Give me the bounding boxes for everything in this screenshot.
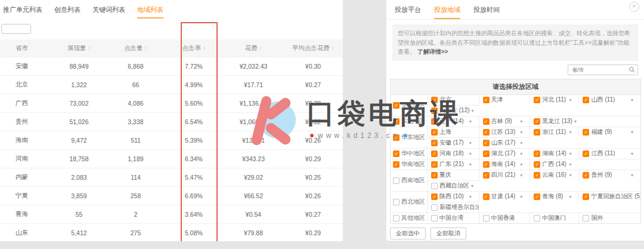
- tab-schedule[interactable]: 投放时间: [473, 5, 500, 19]
- column-header[interactable]: 花费↑: [224, 39, 283, 57]
- province-cell: 国外: [578, 213, 640, 223]
- province-checkbox[interactable]: ✓: [483, 118, 490, 125]
- province-checkbox[interactable]: ✓: [431, 140, 438, 146]
- province-checkbox[interactable]: ✓: [534, 129, 540, 136]
- chevron-down-icon[interactable]: ▾: [631, 97, 639, 103]
- chevron-down-icon[interactable]: ▾: [469, 119, 478, 124]
- chevron-down-icon[interactable]: ▾: [569, 194, 577, 199]
- province-checkbox[interactable]: [431, 183, 438, 189]
- province-checkbox[interactable]: ✓: [583, 97, 589, 103]
- province-search-input[interactable]: [571, 66, 628, 73]
- chevron-down-icon[interactable]: ▾: [569, 173, 577, 178]
- chevron-down-icon[interactable]: ▾: [520, 119, 528, 124]
- chevron-down-icon[interactable]: ▾: [520, 151, 528, 156]
- chevron-down-icon[interactable]: ▾: [469, 194, 478, 199]
- table-filter-input[interactable]: [1, 24, 31, 34]
- province-checkbox[interactable]: ✓: [483, 161, 490, 168]
- tab-region[interactable]: 投放地域: [434, 5, 460, 19]
- group-checkbox[interactable]: ✓: [393, 102, 400, 109]
- province-checkbox[interactable]: ✓: [483, 193, 490, 200]
- province-cell: ✓四川 (21)▾: [479, 170, 530, 180]
- province-checkbox[interactable]: ✓: [583, 150, 589, 157]
- province-label: 贵州 (9): [591, 171, 612, 179]
- column-header[interactable]: 展现量↑: [51, 39, 107, 57]
- learn-more-link[interactable]: 了解详情>>: [417, 48, 448, 55]
- cell-avg_cost: ¥0.32: [283, 113, 343, 131]
- chevron-down-icon[interactable]: ▾: [631, 130, 639, 135]
- group-checkbox[interactable]: [393, 215, 400, 222]
- column-header[interactable]: 点击率↑: [164, 39, 224, 57]
- province-checkbox[interactable]: [431, 204, 438, 211]
- region-group-row: 其他地区中国台湾中国香港中国澳门国外: [391, 213, 640, 223]
- chevron-down-icon[interactable]: ▾: [520, 162, 528, 167]
- chevron-down-icon[interactable]: ▾: [631, 151, 639, 156]
- chevron-down-icon[interactable]: ▾: [469, 162, 478, 167]
- chevron-down-icon[interactable]: ▾: [569, 97, 577, 103]
- chevron-down-icon[interactable]: ▾: [631, 173, 639, 178]
- tab-platform[interactable]: 投放平台: [395, 5, 421, 19]
- province-checkbox[interactable]: ✓: [534, 118, 540, 125]
- province-checkbox[interactable]: ✓: [431, 193, 438, 200]
- region-group-row: ✓华北地区✓北京✓天津✓河北 (11)▾✓山西 (11)▾✓内蒙古 (12)▾: [391, 95, 640, 116]
- cell-avg_cost: ¥0.26: [283, 187, 343, 205]
- region-group-label: 西北地区: [391, 192, 428, 213]
- province-cell: 中国香港: [479, 213, 530, 223]
- chevron-down-icon[interactable]: ▾: [569, 130, 577, 135]
- group-checkbox[interactable]: [393, 177, 400, 184]
- tab-region-list[interactable]: 地域列表: [137, 5, 163, 19]
- group-checkbox[interactable]: ✓: [393, 161, 400, 168]
- province-checkbox[interactable]: ✓: [583, 193, 589, 200]
- province-checkbox[interactable]: ✓: [431, 97, 438, 103]
- close-icon[interactable]: ×: [629, 2, 639, 12]
- province-checkbox[interactable]: ✓: [431, 150, 438, 157]
- province-checkbox[interactable]: ✓: [483, 150, 490, 157]
- group-checkbox[interactable]: ✓: [393, 118, 400, 125]
- province-checkbox[interactable]: ✓: [534, 97, 540, 103]
- group-checkbox[interactable]: ✓: [393, 134, 400, 141]
- province-checkbox[interactable]: ✓: [483, 97, 490, 103]
- select-all-button[interactable]: 全部选中: [390, 228, 426, 239]
- province-checkbox[interactable]: [583, 215, 589, 222]
- province-checkbox[interactable]: ✓: [431, 129, 438, 136]
- province-checkbox[interactable]: ✓: [534, 172, 540, 179]
- tab-creative-list[interactable]: 创意列表: [54, 5, 80, 19]
- deselect-all-button[interactable]: 全部取消: [431, 228, 466, 239]
- cell-clicks: 258: [107, 187, 164, 205]
- province-checkbox[interactable]: ✓: [483, 129, 490, 136]
- chevron-down-icon[interactable]: ▾: [574, 119, 579, 124]
- chevron-down-icon[interactable]: ▾: [520, 194, 528, 199]
- group-checkbox[interactable]: [393, 199, 400, 205]
- tab-ad-unit-list[interactable]: 推广单元列表: [3, 5, 42, 19]
- province-checkbox[interactable]: [534, 215, 540, 222]
- province-checkbox[interactable]: [431, 215, 438, 222]
- province-checkbox[interactable]: [483, 215, 490, 222]
- chevron-down-icon[interactable]: ▾: [569, 162, 577, 167]
- province-checkbox[interactable]: ✓: [431, 161, 438, 168]
- province-checkbox[interactable]: ✓: [583, 172, 589, 179]
- cell-ctr: 5.08%: [164, 224, 224, 242]
- chevron-down-icon[interactable]: ▾: [520, 130, 528, 135]
- tab-keyword-list[interactable]: 关键词列表: [92, 5, 125, 19]
- province-checkbox[interactable]: ✓: [431, 107, 438, 114]
- column-header[interactable]: 点击量↑: [107, 39, 164, 57]
- cell-cost: ¥1,068.09: [224, 113, 283, 131]
- group-checkbox[interactable]: ✓: [393, 150, 400, 157]
- province-checkbox[interactable]: ✓: [534, 150, 540, 157]
- province-checkbox[interactable]: ✓: [583, 129, 589, 136]
- province-checkbox[interactable]: ✓: [483, 140, 490, 146]
- chevron-down-icon[interactable]: ▾: [472, 108, 479, 113]
- province-checkbox[interactable]: ✓: [534, 161, 540, 168]
- province-checkbox[interactable]: ✓: [431, 172, 438, 179]
- chevron-down-icon[interactable]: ▾: [520, 173, 528, 178]
- chevron-down-icon[interactable]: ▾: [469, 140, 478, 146]
- province-checkbox[interactable]: ✓: [431, 118, 438, 125]
- chevron-down-icon[interactable]: ▾: [520, 140, 528, 146]
- chevron-down-icon[interactable]: ▾: [469, 151, 478, 156]
- column-header[interactable]: 平均点击花费↑: [283, 39, 343, 57]
- province-checkbox[interactable]: ✓: [534, 193, 540, 200]
- chevron-down-icon[interactable]: ▾: [569, 151, 577, 156]
- province-label: 天津: [491, 96, 503, 104]
- chevron-down-icon[interactable]: ▾: [471, 183, 479, 189]
- province-label: 中国澳门: [542, 214, 566, 222]
- province-checkbox[interactable]: ✓: [483, 172, 490, 179]
